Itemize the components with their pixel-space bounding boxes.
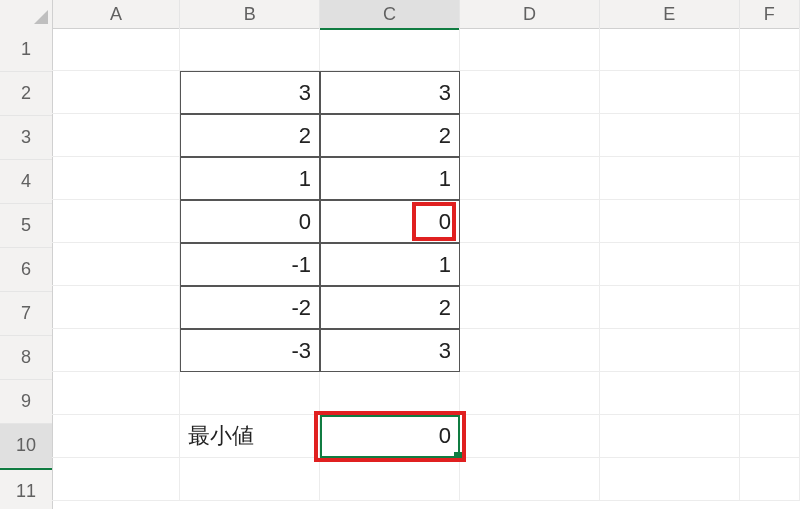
cell-D9[interactable]: [460, 372, 600, 415]
cell-A8[interactable]: [52, 329, 180, 372]
cell-C7[interactable]: 2: [320, 286, 460, 329]
cell-E4[interactable]: [600, 157, 740, 200]
cell-D3[interactable]: [460, 114, 600, 157]
cell-F3[interactable]: [740, 114, 800, 157]
cell-D4[interactable]: [460, 157, 600, 200]
row-header-9[interactable]: 9: [0, 380, 52, 424]
cell-C5[interactable]: 0: [320, 200, 460, 243]
cell-B11[interactable]: [180, 458, 320, 501]
cell-F1[interactable]: [740, 28, 800, 71]
cell-A11[interactable]: [52, 458, 180, 501]
row-header-2[interactable]: 2: [0, 72, 52, 116]
cell-A2[interactable]: [52, 71, 180, 114]
cell-E6[interactable]: [600, 243, 740, 286]
cell-A3[interactable]: [52, 114, 180, 157]
cell-F6[interactable]: [740, 243, 800, 286]
cell-C8[interactable]: 3: [320, 329, 460, 372]
cell-E11[interactable]: [600, 458, 740, 501]
cell-B6[interactable]: -1: [180, 243, 320, 286]
cell-D1[interactable]: [460, 28, 600, 71]
cell-B4[interactable]: 1: [180, 157, 320, 200]
cell-B10[interactable]: 最小値: [180, 415, 320, 458]
cell-F4[interactable]: [740, 157, 800, 200]
cell-F8[interactable]: [740, 329, 800, 372]
cell-F7[interactable]: [740, 286, 800, 329]
row-header-4[interactable]: 4: [0, 160, 52, 204]
cell-C3[interactable]: 2: [320, 114, 460, 157]
cell-F2[interactable]: [740, 71, 800, 114]
cell-D8[interactable]: [460, 329, 600, 372]
row-header-5[interactable]: 5: [0, 204, 52, 248]
cell-B2[interactable]: 3: [180, 71, 320, 114]
col-header-E[interactable]: E: [600, 0, 740, 28]
row-header-1[interactable]: 1: [0, 28, 52, 72]
cell-E9[interactable]: [600, 372, 740, 415]
row-header-6[interactable]: 6: [0, 248, 52, 292]
cell-D5[interactable]: [460, 200, 600, 243]
cell-A7[interactable]: [52, 286, 180, 329]
cell-C1[interactable]: [320, 28, 460, 71]
cell-C6[interactable]: 1: [320, 243, 460, 286]
row-header-3[interactable]: 3: [0, 116, 52, 160]
cell-A5[interactable]: [52, 200, 180, 243]
col-header-F[interactable]: F: [740, 0, 800, 28]
cell-D6[interactable]: [460, 243, 600, 286]
cell-E3[interactable]: [600, 114, 740, 157]
cell-C9[interactable]: [320, 372, 460, 415]
cell-E1[interactable]: [600, 28, 740, 71]
row-header-11[interactable]: 11: [0, 468, 52, 509]
row-header-7[interactable]: 7: [0, 292, 52, 336]
cell-E8[interactable]: [600, 329, 740, 372]
cell-A9[interactable]: [52, 372, 180, 415]
cell-C10[interactable]: 0: [320, 415, 460, 458]
cell-D11[interactable]: [460, 458, 600, 501]
cell-C11[interactable]: [320, 458, 460, 501]
cell-E2[interactable]: [600, 71, 740, 114]
cell-A1[interactable]: [52, 28, 180, 71]
cell-grid[interactable]: 33221100-11-22-33最小値0: [52, 28, 800, 509]
col-header-C[interactable]: C: [320, 0, 460, 30]
cell-B9[interactable]: [180, 372, 320, 415]
cell-D2[interactable]: [460, 71, 600, 114]
cell-F5[interactable]: [740, 200, 800, 243]
cell-B7[interactable]: -2: [180, 286, 320, 329]
cell-E10[interactable]: [600, 415, 740, 458]
cell-E5[interactable]: [600, 200, 740, 243]
cell-C4[interactable]: 1: [320, 157, 460, 200]
cell-E7[interactable]: [600, 286, 740, 329]
cell-A6[interactable]: [52, 243, 180, 286]
spreadsheet-view: A B C D E F 1 2 3 4 5 6 7 8 9 10 11 3322…: [0, 0, 800, 509]
row-header-8[interactable]: 8: [0, 336, 52, 380]
row-header-bar: 1 2 3 4 5 6 7 8 9 10 11: [0, 28, 53, 509]
col-header-D[interactable]: D: [460, 0, 600, 28]
cell-A10[interactable]: [52, 415, 180, 458]
cell-C2[interactable]: 3: [320, 71, 460, 114]
col-header-A[interactable]: A: [53, 0, 181, 28]
cell-B5[interactable]: 0: [180, 200, 320, 243]
cell-D10[interactable]: [460, 415, 600, 458]
column-header-bar: A B C D E F: [0, 0, 800, 29]
cell-B3[interactable]: 2: [180, 114, 320, 157]
select-all-corner[interactable]: [0, 0, 53, 28]
cell-F9[interactable]: [740, 372, 800, 415]
cell-B8[interactable]: -3: [180, 329, 320, 372]
cell-B1[interactable]: [180, 28, 320, 71]
row-header-10[interactable]: 10: [0, 424, 52, 468]
cell-D7[interactable]: [460, 286, 600, 329]
cell-F10[interactable]: [740, 415, 800, 458]
cell-F11[interactable]: [740, 458, 800, 501]
cell-A4[interactable]: [52, 157, 180, 200]
col-header-B[interactable]: B: [180, 0, 320, 28]
